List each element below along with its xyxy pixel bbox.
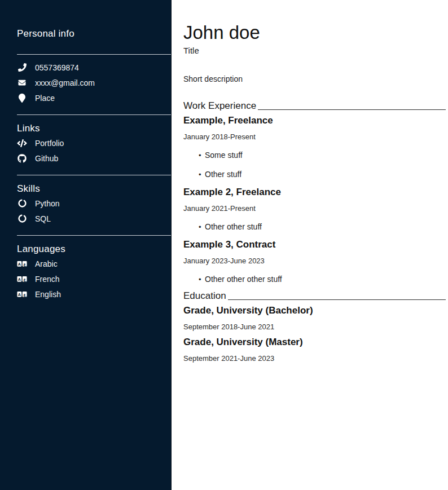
email-address: xxxx@gmail.com [35, 78, 95, 87]
personal-info-list: 0557369874 xxxx@gmail.com Place [0, 60, 171, 105]
bullet-icon: • [199, 222, 205, 232]
sidebar-section-languages: Languages Aع Arabic Aع French Aع [0, 235, 171, 302]
entry-title: Example 3, Contract [183, 238, 446, 251]
location-row: Place [0, 90, 171, 105]
work-experience-section: Work Experience Example, Freelance Janua… [183, 99, 446, 285]
entry-title: Example, Freelance [183, 114, 446, 127]
portfolio-link[interactable]: Portfolio [0, 135, 171, 151]
bullet-text: Some stuff [205, 151, 243, 160]
divider [17, 54, 171, 55]
location-pin-icon [17, 94, 27, 103]
entry-bullets: •Other other stuff [183, 222, 446, 232]
person-name: John doe [183, 20, 446, 45]
divider [17, 235, 171, 236]
entry-date: September 2021-June 2023 [183, 354, 446, 364]
sidebar-section-personal-info: Personal info 0557369874 xxxx@gmail.com [0, 27, 171, 105]
skill-label: Python [35, 199, 60, 208]
bullet-item: •Other stuff [183, 169, 446, 180]
language-label: English [35, 290, 61, 299]
entry-title: Grade, University (Master) [183, 336, 446, 349]
bullet-icon: • [199, 275, 205, 285]
phone-icon [17, 63, 27, 72]
location-label: Place [35, 94, 55, 103]
links-list: Portfolio Github [0, 135, 171, 166]
entry-bullets: •Other other other stuff [183, 274, 446, 285]
bullet-item: •Other other stuff [183, 222, 446, 232]
email-row[interactable]: xxxx@gmail.com [0, 75, 171, 90]
bullet-text: Other other other stuff [205, 275, 282, 284]
language-row: Aع Arabic [0, 256, 171, 271]
code-icon [17, 139, 27, 147]
entry-date: January 2018-Present [183, 132, 446, 142]
github-link[interactable]: Github [0, 151, 171, 166]
phone-row: 0557369874 [0, 60, 171, 75]
bullet-icon: • [199, 151, 205, 161]
language-icon: Aع [17, 260, 27, 268]
education-section: Education Grade, University (Bachelor) S… [183, 289, 446, 364]
github-icon [17, 154, 27, 163]
skills-title: Skills [17, 182, 171, 196]
heading-rule [228, 299, 446, 300]
skill-row: Python [0, 196, 171, 211]
bullet-text: Other other stuff [205, 222, 262, 231]
education-heading: Education [183, 289, 226, 303]
personal-info-title: Personal info [17, 27, 171, 41]
skill-row: SQL [0, 211, 171, 226]
sidebar-section-skills: Skills Python SQL [0, 175, 171, 226]
envelope-icon [17, 79, 27, 86]
bullet-text: Other stuff [205, 170, 241, 179]
language-icon: Aع [17, 275, 27, 283]
sidebar: Personal info 0557369874 xxxx@gmail.com [0, 0, 172, 490]
sidebar-section-links: Links Portfolio Github [0, 114, 171, 166]
section-heading-row: Work Experience [183, 99, 446, 113]
svg-text:A: A [18, 277, 21, 281]
resume-page: Personal info 0557369874 xxxx@gmail.com [0, 0, 448, 490]
heading-rule [258, 109, 446, 110]
language-label: French [35, 275, 60, 284]
entry-title: Example 2, Freelance [183, 186, 446, 199]
entry-bullets: •Some stuff •Other stuff [183, 150, 446, 180]
language-icon: Aع [17, 290, 27, 298]
entry-date: January 2023-June 2023 [183, 256, 446, 266]
language-label: Arabic [35, 259, 58, 268]
language-row: Aع English [0, 286, 171, 302]
experience-entry: Example 2, Freelance January 2021-Presen… [183, 186, 446, 232]
portfolio-label: Portfolio [35, 139, 64, 148]
person-job-title: Title [183, 45, 446, 56]
work-experience-heading: Work Experience [183, 99, 256, 113]
bullet-icon: • [199, 170, 205, 180]
education-entry: Grade, University (Bachelor) September 2… [183, 304, 446, 332]
skill-label: SQL [35, 214, 51, 223]
language-row: Aع French [0, 271, 171, 286]
github-label: Github [35, 154, 58, 163]
languages-list: Aع Arabic Aع French Aع English [0, 256, 171, 302]
circle-notch-icon [17, 199, 27, 208]
resume-body: John doe Title Short description Work Ex… [172, 0, 448, 490]
education-entry: Grade, University (Master) September 202… [183, 336, 446, 364]
entry-date: January 2021-Present [183, 204, 446, 214]
experience-entry: Example, Freelance January 2018-Present … [183, 114, 446, 180]
section-heading-row: Education [183, 289, 446, 303]
short-description: Short description [183, 73, 446, 85]
svg-text:A: A [18, 292, 21, 297]
svg-text:A: A [18, 262, 21, 266]
phone-number: 0557369874 [35, 63, 79, 72]
experience-entry: Example 3, Contract January 2023-June 20… [183, 238, 446, 285]
entry-title: Grade, University (Bachelor) [183, 304, 446, 317]
skills-list: Python SQL [0, 196, 171, 226]
entry-date: September 2018-June 2021 [183, 322, 446, 332]
divider [17, 114, 171, 115]
links-title: Links [17, 122, 171, 135]
bullet-item: •Some stuff [183, 150, 446, 161]
divider [17, 175, 171, 175]
circle-notch-icon [17, 214, 27, 223]
languages-title: Languages [17, 242, 171, 256]
bullet-item: •Other other other stuff [183, 274, 446, 285]
